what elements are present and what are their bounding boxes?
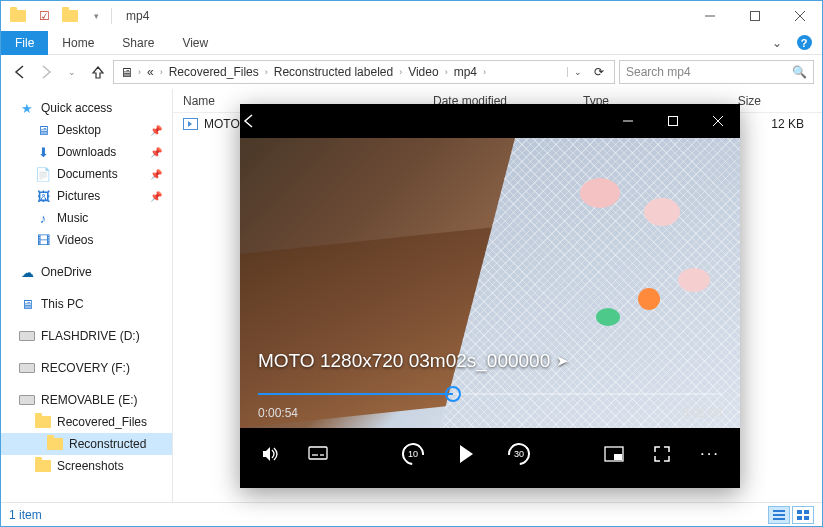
video-viewport[interactable]: MOTO 1280x720 03m02s_000000 ➤ 0:00:54 0:… [240, 138, 740, 428]
sidebar-drive[interactable]: REMOVABLE (E:) [1, 389, 172, 411]
seek-bar[interactable] [258, 386, 722, 402]
tab-view[interactable]: View [168, 32, 222, 54]
sidebar-item-desktop[interactable]: 🖥 Desktop 📌 [1, 119, 172, 141]
sidebar-drive[interactable]: FLASHDRIVE (D:) [1, 325, 172, 347]
duration: 0:02:08 [682, 406, 722, 420]
back-button[interactable] [9, 61, 31, 83]
downloads-icon: ⬇ [35, 144, 51, 160]
folder-icon [47, 436, 63, 452]
svg-rect-7 [797, 510, 802, 514]
label: FLASHDRIVE (D:) [41, 329, 140, 343]
star-icon: ★ [19, 100, 35, 116]
drive-icon [19, 360, 35, 376]
skip-forward-button[interactable]: 30 [506, 441, 532, 467]
search-icon[interactable]: 🔍 [792, 65, 807, 79]
qat-dropdown-icon[interactable]: ▾ [85, 5, 107, 27]
chevron-right-icon: › [134, 67, 145, 77]
player-close-button[interactable] [695, 104, 740, 138]
sidebar-item-videos[interactable]: 🎞 Videos [1, 229, 172, 251]
seek-thumb[interactable] [445, 386, 461, 402]
cursor-icon: ➤ [556, 352, 569, 370]
thumbnails-view-button[interactable] [792, 506, 814, 524]
sidebar-this-pc[interactable]: 🖥 This PC [1, 293, 172, 315]
sidebar-drive[interactable]: RECOVERY (F:) [1, 357, 172, 379]
crumb-item[interactable]: Recovered_Files [167, 65, 261, 79]
label: RECOVERY (F:) [41, 361, 130, 375]
search-input[interactable]: Search mp4 🔍 [619, 60, 814, 84]
sidebar-item-pictures[interactable]: 🖼 Pictures 📌 [1, 185, 172, 207]
folder-icon [7, 5, 29, 27]
label: Downloads [57, 145, 116, 159]
player-back-button[interactable] [240, 112, 284, 130]
properties-icon[interactable]: ☑ [33, 5, 55, 27]
crumb-item[interactable]: Video [406, 65, 440, 79]
skip-back-button[interactable]: 10 [400, 441, 426, 467]
pin-icon: 📌 [150, 169, 162, 180]
up-button[interactable] [87, 61, 109, 83]
nav-bar: ⌄ 🖥 › « › Recovered_Files › Reconstructe… [1, 55, 822, 89]
details-view-button[interactable] [768, 506, 790, 524]
play-button[interactable] [454, 442, 478, 466]
skip-back-label: 10 [408, 449, 418, 459]
svg-rect-8 [804, 510, 809, 514]
svg-rect-15 [309, 447, 327, 459]
expand-ribbon-icon[interactable]: ⌄ [762, 36, 792, 50]
music-icon: ♪ [35, 210, 51, 226]
player-maximize-button[interactable] [650, 104, 695, 138]
sidebar-tree-item[interactable]: Screenshots [1, 455, 172, 477]
crumb-item[interactable]: mp4 [452, 65, 479, 79]
pin-icon: 📌 [150, 147, 162, 158]
sidebar-item-documents[interactable]: 📄 Documents 📌 [1, 163, 172, 185]
pictures-icon: 🖼 [35, 188, 51, 204]
video-title: MOTO 1280x720 03m02s_000000 ➤ [258, 350, 722, 372]
label: Desktop [57, 123, 101, 137]
recent-dropdown-icon[interactable]: ⌄ [61, 61, 83, 83]
address-dropdown-icon[interactable]: ⌄ [567, 67, 588, 77]
maximize-button[interactable] [732, 1, 777, 31]
volume-button[interactable] [258, 442, 282, 466]
close-button[interactable] [777, 1, 822, 31]
sidebar-tree-item[interactable]: Reconstructed [1, 433, 172, 455]
svg-rect-5 [773, 514, 785, 516]
label: REMOVABLE (E:) [41, 393, 137, 407]
player-window-controls [605, 104, 740, 138]
crumb-item[interactable]: Reconstructed labeled [272, 65, 395, 79]
refresh-icon[interactable]: ⟳ [588, 65, 610, 79]
svg-rect-9 [797, 516, 802, 520]
desktop-icon: 🖥 [35, 122, 51, 138]
svg-rect-12 [668, 117, 677, 126]
more-button[interactable]: ··· [698, 442, 722, 466]
sidebar-onedrive[interactable]: ☁ OneDrive [1, 261, 172, 283]
quick-access-toolbar: ☑ ▾ [1, 5, 107, 27]
forward-button[interactable] [35, 61, 57, 83]
video-file-icon [183, 118, 198, 130]
folder-icon [35, 458, 51, 474]
search-placeholder: Search mp4 [626, 65, 691, 79]
seek-fill [258, 393, 453, 395]
tab-home[interactable]: Home [48, 32, 108, 54]
minimize-button[interactable] [687, 1, 732, 31]
skip-fwd-label: 30 [514, 449, 524, 459]
sidebar-quick-access[interactable]: ★ Quick access [1, 97, 172, 119]
sidebar-item-downloads[interactable]: ⬇ Downloads 📌 [1, 141, 172, 163]
drive-icon [19, 328, 35, 344]
file-size: 12 KB [771, 117, 822, 131]
cloud-icon: ☁ [19, 264, 35, 280]
breadcrumb-ellipsis[interactable]: « [145, 65, 156, 79]
mini-view-button[interactable] [602, 442, 626, 466]
subtitles-button[interactable] [306, 442, 330, 466]
sidebar-item-music[interactable]: ♪ Music [1, 207, 172, 229]
label: This PC [41, 297, 84, 311]
label: Quick access [41, 101, 112, 115]
new-folder-icon[interactable] [59, 5, 81, 27]
player-titlebar [240, 104, 740, 138]
chevron-right-icon: › [395, 67, 406, 77]
window-controls [687, 1, 822, 31]
tab-file[interactable]: File [1, 31, 48, 55]
breadcrumb[interactable]: 🖥 › « › Recovered_Files › Reconstructed … [113, 60, 615, 84]
help-button[interactable]: ? [792, 31, 816, 55]
tab-share[interactable]: Share [108, 32, 168, 54]
fullscreen-button[interactable] [650, 442, 674, 466]
sidebar-tree-item[interactable]: Recovered_Files [1, 411, 172, 433]
player-minimize-button[interactable] [605, 104, 650, 138]
